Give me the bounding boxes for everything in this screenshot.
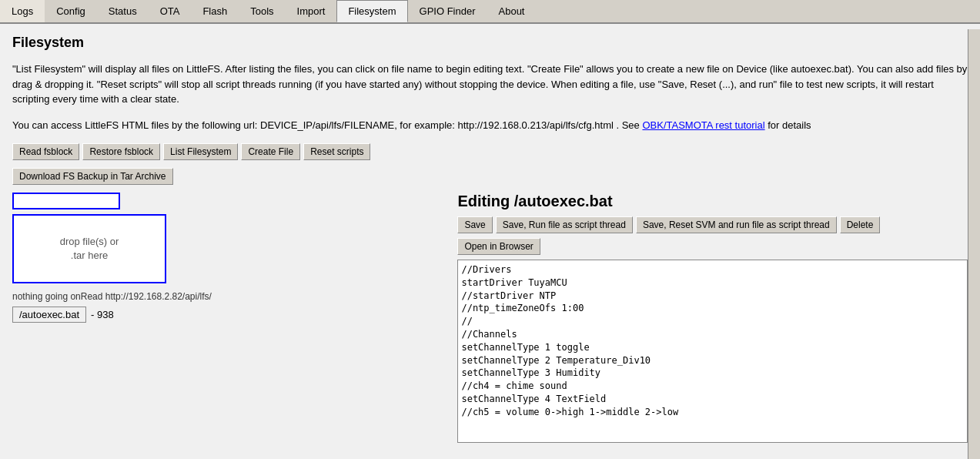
nav-item-config[interactable]: Config: [45, 0, 97, 22]
reset-scripts-button[interactable]: Reset scripts: [303, 143, 370, 160]
file-info-row: /autoexec.bat - 938: [12, 307, 442, 323]
description-2-end: for details: [765, 119, 811, 131]
open-browser-button[interactable]: Open in Browser: [457, 238, 540, 255]
save-reset-button[interactable]: Save, Reset SVM and run file as script t…: [636, 216, 837, 233]
file-size-display: - 938: [91, 309, 114, 320]
delete-button[interactable]: Delete: [840, 216, 881, 233]
nav-item-filesystem[interactable]: Filesystem: [336, 0, 407, 22]
nav-item-flash[interactable]: Flash: [191, 0, 239, 22]
restore-fsblock-button[interactable]: Restore fsblock: [82, 143, 160, 160]
nav-item-about[interactable]: About: [487, 0, 537, 22]
two-column-layout: drop file(s) or.tar here nothing going o…: [12, 193, 968, 443]
rest-tutorial-link[interactable]: OBK/TASMOTA rest tutorial: [642, 119, 764, 131]
nav-item-status[interactable]: Status: [97, 0, 149, 22]
drop-zone[interactable]: drop file(s) or.tar here: [12, 214, 166, 283]
right-column: Editing /autoexec.bat Save Save, Run fil…: [442, 193, 968, 443]
save-button[interactable]: Save: [457, 216, 492, 233]
second-buttons-row: Download FS Backup in Tar Archive: [12, 168, 968, 185]
top-buttons-row: Read fsblock Restore fsblock List Filesy…: [12, 143, 968, 160]
list-filesystem-button[interactable]: List Filesystem: [163, 143, 238, 160]
file-text-input[interactable]: [12, 193, 120, 209]
nav-item-ota[interactable]: OTA: [149, 0, 192, 22]
create-file-button[interactable]: Create File: [241, 143, 300, 160]
editor-buttons: Save Save, Run file as script thread Sav…: [457, 216, 968, 233]
editing-title: Editing /autoexec.bat: [457, 193, 968, 210]
nav-bar: Logs Config Status OTA Flash Tools Impor…: [0, 0, 980, 24]
main-content: Filesystem "List Filesystem" will displa…: [0, 24, 980, 454]
app-container: Logs Config Status OTA Flash Tools Impor…: [0, 0, 980, 459]
left-column: drop file(s) or.tar here nothing going o…: [12, 193, 442, 443]
drop-zone-text: drop file(s) or.tar here: [60, 235, 119, 263]
file-name-display: /autoexec.bat: [12, 307, 86, 323]
editor-textarea[interactable]: [457, 260, 968, 443]
nav-item-tools[interactable]: Tools: [239, 0, 285, 22]
status-text: nothing going onRead http://192.168.2.82…: [12, 291, 442, 302]
nav-item-gpio-finder[interactable]: GPIO Finder: [408, 0, 487, 22]
description-2-text: You can access LittleFS HTML files by th…: [12, 119, 642, 131]
nav-item-logs[interactable]: Logs: [0, 0, 45, 22]
description-1: "List Filesystem" will display all files…: [12, 62, 968, 107]
nav-item-import[interactable]: Import: [286, 0, 337, 22]
download-backup-button[interactable]: Download FS Backup in Tar Archive: [12, 168, 173, 185]
page-title: Filesystem: [12, 35, 968, 51]
save-run-button[interactable]: Save, Run file as script thread: [496, 216, 633, 233]
description-2: You can access LittleFS HTML files by th…: [12, 118, 968, 133]
read-fsblock-button[interactable]: Read fsblock: [12, 143, 79, 160]
scrollbar[interactable]: [968, 29, 980, 459]
